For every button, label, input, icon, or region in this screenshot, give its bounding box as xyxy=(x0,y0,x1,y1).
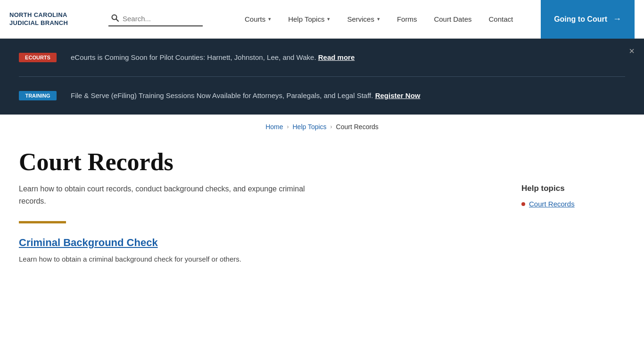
announcement-training: TRAINING File & Serve (eFiling) Training… xyxy=(19,76,625,115)
nav-services[interactable]: Services ▾ xyxy=(339,0,388,39)
sidebar-list: Court Records xyxy=(521,200,625,208)
nav-forms[interactable]: Forms xyxy=(388,0,426,39)
ecourts-text: eCourts is Coming Soon for Pilot Countie… xyxy=(71,52,625,63)
nav-courts[interactable]: Courts ▾ xyxy=(236,0,280,39)
arrow-right-icon: → xyxy=(613,14,621,24)
breadcrumb-current: Court Records xyxy=(336,123,379,131)
breadcrumb-help-topics[interactable]: Help Topics xyxy=(292,123,326,131)
sidebar: Help topics Court Records xyxy=(521,139,625,265)
chevron-down-icon: ▾ xyxy=(327,16,330,22)
chevron-down-icon: ▾ xyxy=(377,16,380,22)
sidebar-title: Help topics xyxy=(521,184,625,193)
list-item: Court Records xyxy=(521,200,625,208)
register-now-link[interactable]: Register Now xyxy=(375,91,421,99)
nav-court-dates[interactable]: Court Dates xyxy=(425,0,480,39)
nav-help-topics[interactable]: Help Topics ▾ xyxy=(280,0,339,39)
accent-divider xyxy=(19,221,66,223)
search-area[interactable] xyxy=(108,12,203,26)
article-criminal-bg-check-link[interactable]: Criminal Background Check xyxy=(19,237,158,249)
content-left: Court Records Learn how to obtain court … xyxy=(19,139,493,265)
going-to-court-button[interactable]: Going to Court → xyxy=(541,0,635,39)
list-bullet-icon xyxy=(521,202,525,206)
logo-line2: JUDICIAL BRANCH xyxy=(9,19,94,27)
logo-line1: NORTH CAROLINA xyxy=(9,11,94,19)
ecourts-badge: ECOURTS xyxy=(19,53,57,62)
training-text: File & Serve (eFiling) Training Sessions… xyxy=(71,90,625,101)
search-input[interactable] xyxy=(123,15,198,23)
article-description: Learn how to obtain a criminal backgroun… xyxy=(19,254,493,265)
main-nav: Courts ▾ Help Topics ▾ Services ▾ Forms … xyxy=(217,0,541,39)
announcements-banner: × ECOURTS eCourts is Coming Soon for Pil… xyxy=(0,39,644,115)
announcement-ecourts: ECOURTS eCourts is Coming Soon for Pilot… xyxy=(19,39,625,76)
search-icon xyxy=(111,14,119,24)
chevron-down-icon: ▾ xyxy=(268,16,271,22)
breadcrumb-separator-1: › xyxy=(287,123,289,130)
sidebar-link-court-records[interactable]: Court Records xyxy=(529,200,575,208)
site-header: NORTH CAROLINA JUDICIAL BRANCH Courts ▾ … xyxy=(0,0,644,39)
main-content: Court Records Learn how to obtain court … xyxy=(0,139,644,284)
svg-line-1 xyxy=(116,19,118,21)
breadcrumb: Home › Help Topics › Court Records xyxy=(0,115,644,139)
breadcrumb-separator-2: › xyxy=(330,123,332,130)
page-title: Court Records xyxy=(19,148,493,175)
page-description: Learn how to obtain court records, condu… xyxy=(19,183,311,207)
close-banner-button[interactable]: × xyxy=(629,46,635,56)
site-logo: NORTH CAROLINA JUDICIAL BRANCH xyxy=(9,11,94,27)
nav-contact[interactable]: Contact xyxy=(480,0,521,39)
read-more-link[interactable]: Read more xyxy=(318,53,355,61)
training-badge: TRAINING xyxy=(19,91,57,100)
breadcrumb-home[interactable]: Home xyxy=(265,123,283,131)
